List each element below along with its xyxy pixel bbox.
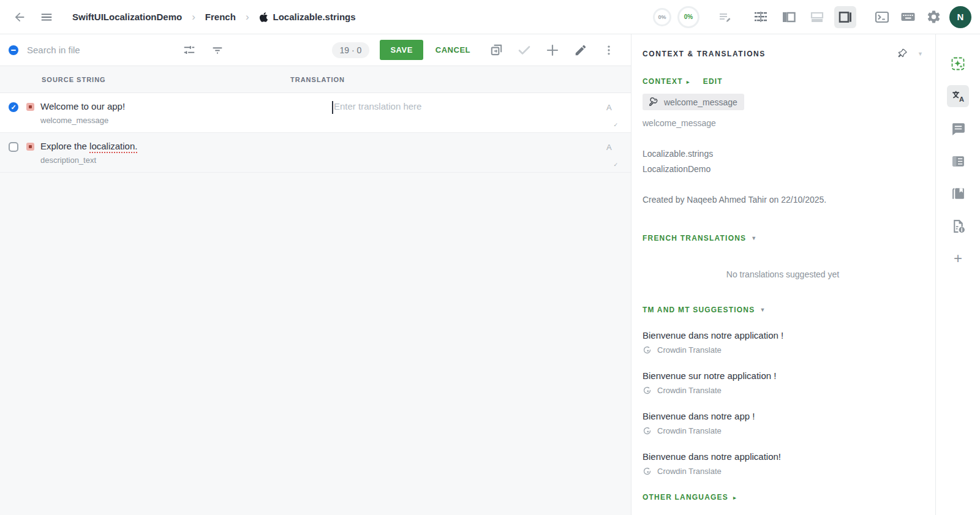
suggestion-item[interactable]: Bienvenue dans notre app ! Crowdin Trans… (643, 411, 923, 435)
tm-mt-suggestions-header[interactable]: TM AND MT SUGGESTIONS (643, 306, 755, 314)
add-string-button[interactable] (543, 40, 562, 60)
keyboard-icon (900, 9, 916, 25)
right-panel-view-icon (837, 9, 853, 25)
untranslated-status-icon (26, 143, 34, 151)
suggestion-source: Crowdin Translate (657, 426, 722, 435)
string-key-chip[interactable]: welcome_message (643, 94, 744, 110)
list-edit-icon (718, 10, 733, 24)
translated-progress-badge[interactable]: 0% (653, 8, 671, 26)
key-chip-label: welcome_message (664, 97, 737, 107)
context-panel-title: CONTEXT & TRANSLATIONS (643, 50, 766, 58)
check-mark: ✓ (10, 104, 16, 111)
filter-button[interactable] (208, 40, 227, 60)
suggestion-item[interactable]: Bienvenue dans notre application ! Crowd… (643, 330, 923, 355)
top-bar: SwiftUILocalizationDemo › French › Local… (0, 0, 980, 34)
avatar-initial: N (957, 12, 964, 22)
status-dot (29, 145, 32, 148)
crowdin-translate-icon (643, 426, 652, 435)
string-row[interactable]: ✓ Welcome to our app! welcome_message En… (0, 93, 631, 133)
back-button[interactable] (10, 7, 29, 27)
main-layout: 19 · 0 SAVE CANCEL (0, 34, 980, 515)
approve-button[interactable] (514, 40, 534, 60)
other-languages-header[interactable]: OTHER LANGUAGES (643, 493, 728, 502)
project-name-text: LocalizationDemo (643, 164, 923, 174)
view-left-panel-button[interactable] (778, 6, 800, 28)
string-key: description_text (40, 156, 137, 165)
suggestion-text[interactable]: Bienvenue dans notre app ! (643, 411, 923, 421)
user-avatar[interactable]: N (949, 6, 971, 28)
more-actions-button[interactable] (599, 40, 619, 60)
chevron-down-icon: ▼ (751, 235, 756, 241)
left-panel-view-icon (781, 9, 797, 25)
ai-assistant-tab[interactable] (947, 53, 969, 75)
suggestion-text[interactable]: Bienvenue sur notre application ! (643, 370, 923, 381)
svg-text:A: A (959, 96, 963, 103)
string-counter: 19 · 0 (332, 42, 370, 58)
file-name-text: Localizable.strings (643, 149, 923, 159)
text-caret (332, 101, 333, 114)
panel-collapse-chevron[interactable]: ▼ (918, 51, 923, 57)
save-button[interactable]: SAVE (380, 40, 423, 60)
translation-placeholder: Enter translation here (334, 101, 421, 111)
row-source-cell: ✓ Welcome to our app! welcome_message (9, 101, 332, 125)
context-section-header[interactable]: CONTEXT (643, 77, 683, 86)
source-string-text: Welcome to our app! (40, 101, 125, 111)
edit-context-link[interactable]: EDIT (703, 77, 723, 86)
right-icon-rail: A + (935, 34, 980, 515)
translation-column-header: TRANSLATION (290, 76, 345, 83)
hamburger-icon (40, 10, 53, 24)
advanced-filter-button[interactable] (179, 40, 199, 60)
string-row[interactable]: Explore the localization. description_te… (0, 133, 631, 173)
arrow-left-icon (13, 10, 26, 24)
string-key: welcome_message (40, 116, 125, 125)
translations-tab[interactable]: A (947, 85, 969, 107)
add-panel-tab[interactable]: + (947, 247, 969, 269)
spell-tick: ✓ (613, 122, 618, 128)
terms-tab[interactable] (947, 150, 969, 172)
pin-icon[interactable] (897, 48, 909, 59)
draft-translations-button[interactable] (715, 7, 735, 27)
table-header: SOURCE STRING TRANSLATION (0, 66, 631, 93)
translate-icon: A (950, 88, 967, 105)
view-right-panel-button[interactable] (834, 6, 856, 28)
edit-string-button[interactable] (571, 40, 590, 60)
main-menu-button[interactable] (37, 7, 56, 27)
translation-cell-empty[interactable] (332, 141, 606, 165)
breadcrumb: SwiftUILocalizationDemo › French › Local… (67, 11, 361, 23)
row-checkbox-checked[interactable]: ✓ (9, 102, 18, 112)
row-checkbox-unchecked[interactable] (9, 142, 18, 152)
file-info-tab[interactable] (947, 215, 969, 237)
breadcrumb-file[interactable]: Localizable.strings (254, 12, 361, 23)
copy-source-button[interactable] (486, 40, 506, 60)
comments-tab[interactable] (947, 118, 969, 140)
search-input[interactable] (27, 45, 159, 55)
breadcrumb-project[interactable]: SwiftUILocalizationDemo (67, 12, 187, 22)
ai-sparkle-icon (949, 55, 967, 72)
created-by-text: Created by Naqeeb Ahmed Tahir on 22/10/2… (643, 195, 923, 205)
suggestion-item[interactable]: Bienvenue sur notre application ! Crowdi… (643, 370, 923, 395)
cancel-button[interactable]: CANCEL (429, 40, 477, 60)
console-button[interactable] (872, 7, 892, 27)
source-column-header: SOURCE STRING (0, 76, 290, 83)
approved-progress-badge[interactable]: 0% (677, 6, 699, 28)
source-string-text: Explore the localization. (40, 141, 137, 151)
indeterminate-mark (11, 50, 16, 51)
spellcheck-icon: A✓ (606, 103, 617, 125)
translation-input[interactable]: Enter translation here (332, 101, 606, 125)
shortcuts-button[interactable] (898, 7, 918, 27)
select-all-checkbox[interactable] (9, 45, 18, 55)
view-comfortable-button[interactable] (750, 6, 772, 28)
side-by-side-view-icon (753, 9, 769, 25)
misspelled-word: localization. (89, 141, 137, 151)
suggestion-item[interactable]: Bienvenue dans notre application! Crowdi… (643, 451, 923, 476)
status-dot (29, 105, 32, 108)
french-translations-header[interactable]: FRENCH TRANSLATIONS (643, 234, 746, 242)
suggestion-text[interactable]: Bienvenue dans notre application! (643, 451, 923, 462)
breadcrumb-language[interactable]: French (200, 12, 241, 22)
view-bottom-panel-button[interactable] (806, 6, 828, 28)
spell-letter: A (606, 103, 612, 112)
suggestion-text[interactable]: Bienvenue dans notre application ! (643, 330, 923, 340)
plus-icon (545, 43, 560, 58)
settings-button[interactable] (924, 7, 943, 27)
dictionary-tab[interactable] (947, 182, 969, 205)
